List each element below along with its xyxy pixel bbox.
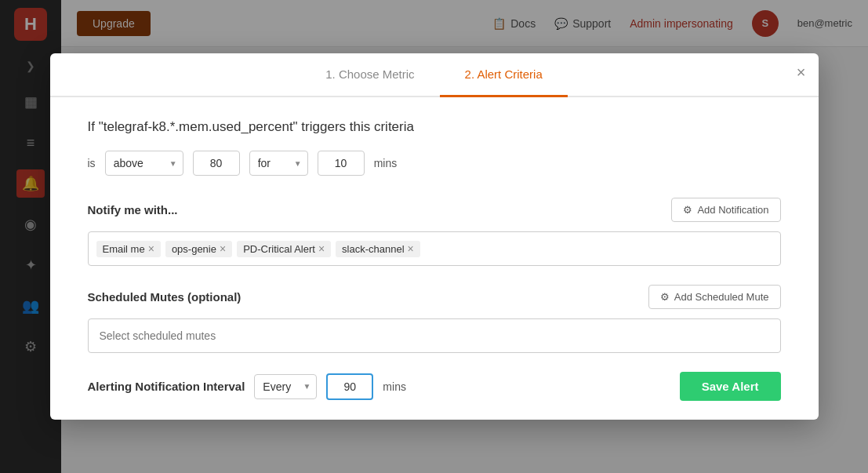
every-select-wrap: Every Once ▼ [254,374,317,399]
save-alert-button[interactable]: Save Alert [680,372,781,401]
threshold-input[interactable] [193,151,240,176]
modal-body: If "telegraf-k8.*.mem.used_percent" trig… [50,97,819,420]
every-select[interactable]: Every Once [254,374,317,399]
add-notification-button[interactable]: ⚙ Add Notification [671,198,780,222]
add-scheduled-mute-label: Add Scheduled Mute [674,291,769,303]
mutes-title: Scheduled Mutes (optional) [88,290,242,304]
tag-slack-channel: slack-channel × [336,241,420,257]
mutes-section-header: Scheduled Mutes (optional) ⚙ Add Schedul… [88,285,781,309]
modal-close-button[interactable]: × [797,64,806,80]
tag-pd-critical: PD-Critical Alert × [237,241,331,257]
duration-input[interactable] [318,151,365,176]
tab-choose-metric-label: 1. Choose Metric [325,67,414,81]
condition-row: is above below equals ▼ for every ▼ [88,151,781,176]
interval-unit: mins [383,380,406,393]
above-select-wrap: above below equals ▼ [105,151,183,176]
tab-alert-criteria-label: 2. Alert Criteria [465,67,543,81]
mute-gear-icon: ⚙ [660,291,670,303]
notify-section-header: Notify me with... ⚙ Add Notification [88,198,781,222]
tag-pd-critical-remove[interactable]: × [318,243,325,254]
tag-email-me: Email me × [96,241,161,257]
tag-pd-critical-label: PD-Critical Alert [243,243,315,255]
modal-tabs: 1. Choose Metric 2. Alert Criteria [50,53,819,97]
modal: × 1. Choose Metric 2. Alert Criteria If … [50,53,819,420]
tag-slack-channel-remove[interactable]: × [408,243,414,254]
tag-ops-genie: ops-genie × [165,241,232,257]
bottom-row: Alerting Notification Interval Every Onc… [88,372,781,401]
modal-overlay: × 1. Choose Metric 2. Alert Criteria If … [0,0,868,473]
interval-title: Alerting Notification Interval [88,380,245,393]
tag-ops-genie-remove[interactable]: × [220,243,226,254]
interval-section: Alerting Notification Interval Every Onc… [88,373,406,400]
interval-row: Every Once ▼ mins [254,373,406,400]
add-scheduled-mute-button[interactable]: ⚙ Add Scheduled Mute [648,285,781,309]
tag-slack-channel-label: slack-channel [342,243,405,255]
notifications-tags-container: Email me × ops-genie × PD-Critical Alert… [88,231,781,266]
tag-email-me-remove[interactable]: × [148,243,154,254]
duration-unit: mins [374,157,398,169]
add-notification-label: Add Notification [697,204,768,216]
tag-ops-genie-label: ops-genie [172,243,216,255]
is-label: is [88,157,96,169]
for-select[interactable]: for every [249,151,308,176]
scheduled-mutes-input[interactable] [88,318,781,353]
tab-alert-criteria[interactable]: 2. Alert Criteria [440,53,568,97]
interval-value-input[interactable] [326,373,373,400]
notification-gear-icon: ⚙ [683,204,692,216]
notify-title: Notify me with... [88,203,178,216]
for-select-wrap: for every ▼ [249,151,308,176]
criteria-title: If "telegraf-k8.*.mem.used_percent" trig… [88,119,781,135]
tag-email-me-label: Email me [103,243,145,255]
tab-choose-metric[interactable]: 1. Choose Metric [300,53,439,97]
above-select[interactable]: above below equals [105,151,183,176]
